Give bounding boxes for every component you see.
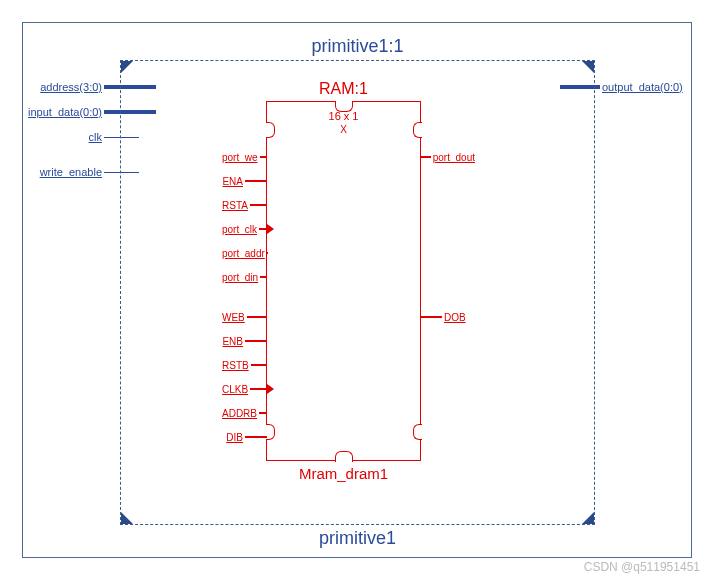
port-label: port_din [222, 272, 260, 283]
ram-port-clk: port_clk [222, 222, 267, 236]
ram-port-dob: DOB [420, 310, 475, 324]
primitive-block: primitive1:1 primitive1 RAM:1 Mram_dram1… [120, 60, 595, 525]
wire [250, 388, 267, 390]
port-label: port_clk [222, 224, 259, 235]
port-label: WEB [222, 312, 247, 323]
corner-icon [121, 512, 133, 524]
port-label: write_enable [22, 166, 104, 178]
ram-port-rsta: RSTA [222, 198, 267, 212]
port-label: ENB [222, 336, 245, 347]
ram-port-dout: port_dout [420, 150, 475, 164]
notch-icon [335, 451, 353, 462]
ram-port-dib: DIB [222, 430, 267, 444]
port-label: RSTA [222, 200, 250, 211]
port-label: input_data(0:0) [22, 106, 104, 118]
port-label: address(3:0) [22, 81, 104, 93]
wire [247, 316, 267, 318]
watermark: CSDN @q511951451 [584, 560, 700, 574]
wire [260, 156, 267, 158]
ram-port-rstb: RSTB [222, 358, 267, 372]
primitive-name: primitive1 [121, 528, 594, 549]
ram-dimensions: 16 x 1 [267, 110, 420, 122]
ram-block: RAM:1 Mram_dram1 16 x 1 X port_we ENA RS… [266, 101, 421, 461]
wire [251, 364, 267, 366]
clock-icon [267, 384, 274, 394]
port-label: ADDRB [222, 408, 259, 419]
ram-port-enb: ENB [222, 334, 267, 348]
primitive-title: primitive1:1 [121, 36, 594, 57]
port-label: ENA [222, 176, 245, 187]
port-label: clk [22, 131, 104, 143]
wire [245, 436, 267, 438]
ram-port-addrb: ADDRB [222, 406, 267, 420]
ram-port-web: WEB [222, 310, 267, 324]
port-label: DOB [442, 312, 475, 323]
clock-icon [267, 224, 274, 234]
port-label: output_data(0:0) [600, 81, 692, 93]
wire [420, 156, 431, 158]
ram-port-addr: port_addr [222, 246, 267, 260]
ram-port-clkb: CLKB [222, 382, 267, 396]
ram-port-ena: ENA [222, 174, 267, 188]
corner-icon [121, 61, 133, 73]
port-label: DIB [222, 432, 245, 443]
wire [420, 316, 442, 318]
port-label: RSTB [222, 360, 251, 371]
corner-icon [582, 61, 594, 73]
wire [250, 204, 267, 206]
notch-icon [413, 424, 422, 440]
diagram-canvas: address(3:0) input_data(0:0) clk write_e… [0, 0, 714, 580]
port-label: port_addr [222, 248, 267, 259]
wire [259, 412, 267, 414]
wire [260, 276, 267, 278]
wire [245, 180, 267, 182]
ram-instance-name: Mram_dram1 [267, 465, 420, 482]
ram-port-din: port_din [222, 270, 267, 284]
port-label: CLKB [222, 384, 250, 395]
port-label: port_dout [431, 152, 475, 163]
wire [259, 228, 267, 230]
port-label: port_we [222, 152, 260, 163]
corner-icon [582, 512, 594, 524]
ram-x-label: X [267, 124, 420, 135]
ram-port-we: port_we [222, 150, 267, 164]
wire [245, 340, 267, 342]
ram-title: RAM:1 [267, 80, 420, 98]
